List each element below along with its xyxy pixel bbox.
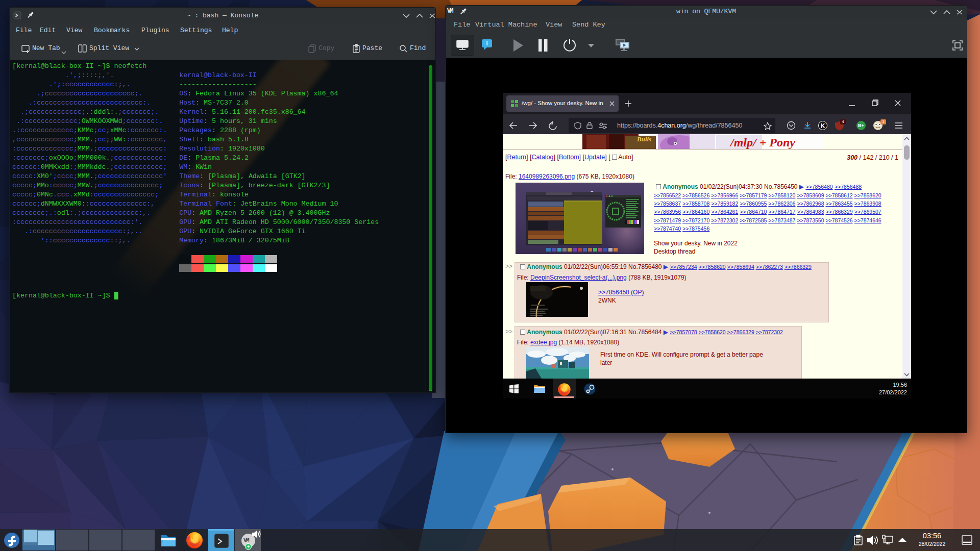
svg-text:/mlp/ + Pony: /mlp/ + Pony [729, 136, 795, 149]
svg-text:i: i [486, 40, 487, 46]
svg-text:Bulls: Bulls [636, 135, 651, 143]
